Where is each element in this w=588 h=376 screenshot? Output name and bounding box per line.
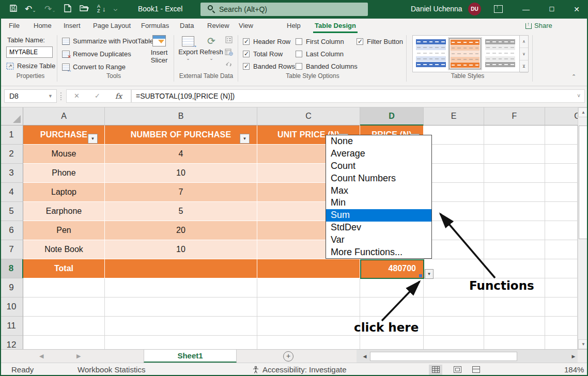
cell-a7[interactable]: Note Book: [23, 240, 105, 259]
share-button[interactable]: Share: [525, 20, 552, 32]
row-header-8[interactable]: 8: [0, 259, 23, 278]
menu-item-count-numbers[interactable]: Count Numbers: [326, 173, 431, 185]
checkbox-header-row[interactable]: Header Row: [243, 37, 290, 46]
column-header-e[interactable]: E: [424, 107, 484, 126]
menu-item-count[interactable]: Count: [326, 160, 431, 173]
name-box-dropdown-icon[interactable]: ▼: [48, 90, 53, 102]
enter-icon[interactable]: ✓: [95, 90, 100, 102]
name-box[interactable]: D8▼: [4, 89, 57, 103]
cell-a4[interactable]: Laptop: [23, 183, 105, 202]
table-resize-handle[interactable]: [419, 274, 422, 277]
table-style-swatch-gray[interactable]: [484, 38, 516, 69]
grid-column-f[interactable]: [484, 126, 545, 349]
cell-total-label[interactable]: Total: [23, 259, 105, 278]
new-sheet-icon[interactable]: +: [283, 351, 293, 362]
row-header-10[interactable]: 10: [0, 297, 23, 317]
table-header-number-of-purchase[interactable]: NUMBER OF PURCHASE: [105, 126, 257, 145]
insert-function-icon[interactable]: fx: [115, 90, 122, 102]
filter-icon-number-of-purchase[interactable]: ▼: [240, 134, 250, 144]
tab-page-layout[interactable]: Page Layout: [91, 19, 132, 33]
refresh-button[interactable]: ⟳ Refresh ⌄: [199, 36, 223, 61]
cell-b6[interactable]: 20: [105, 221, 257, 240]
cell-b5[interactable]: 5: [105, 202, 257, 221]
filter-icon-purchase[interactable]: ▼: [88, 134, 98, 144]
checkbox-last-column[interactable]: Last Column: [296, 50, 344, 58]
tab-formulas[interactable]: Formulas: [140, 19, 171, 33]
formula-bar-expand-icon[interactable]: ˅: [577, 90, 580, 102]
close-button[interactable]: ✕: [565, 0, 588, 19]
row-header-1[interactable]: 1: [0, 126, 23, 145]
accessibility-status[interactable]: Accessibility: Investigate: [262, 365, 347, 374]
row-header-3[interactable]: 3: [0, 164, 23, 183]
row-header-4[interactable]: 4: [0, 183, 23, 202]
collapse-ribbon-icon[interactable]: ⌃: [571, 73, 576, 80]
cell-b2[interactable]: 4: [105, 145, 257, 164]
cell-a5[interactable]: Earphone: [23, 202, 105, 221]
menu-item-average[interactable]: Average: [326, 148, 431, 160]
table-style-swatch-orange-selected[interactable]: [449, 38, 481, 69]
tab-insert[interactable]: Insert: [62, 19, 82, 33]
row-header-2[interactable]: 2: [0, 145, 23, 164]
row-header-12[interactable]: 12: [0, 336, 23, 349]
menu-item-max[interactable]: Max: [326, 185, 431, 197]
table-style-swatch-blue[interactable]: [415, 38, 447, 69]
gallery-more-icon[interactable]: ⊻: [520, 60, 528, 73]
formula-input[interactable]: =SUBTOTAL(109,[PRICE (N)])˅: [131, 89, 585, 103]
cell-b4[interactable]: 7: [105, 183, 257, 202]
grid-column-g[interactable]: [545, 126, 578, 349]
undo-icon[interactable]: ↶⌄: [25, 4, 36, 15]
menu-item-none[interactable]: None: [326, 135, 431, 148]
row-header-11[interactable]: 11: [0, 317, 23, 336]
select-all-button[interactable]: [0, 107, 23, 126]
menu-item-more-functions[interactable]: More Functions...: [326, 246, 431, 259]
checkbox-filter-button[interactable]: Filter Button: [357, 37, 403, 46]
save-icon[interactable]: [9, 4, 18, 15]
menu-item-var[interactable]: Var: [326, 234, 431, 246]
remove-duplicates-button[interactable]: Remove Duplicates: [62, 50, 131, 58]
row-header-5[interactable]: 5: [0, 202, 23, 221]
total-row-dropdown-button[interactable]: ▼: [425, 269, 434, 279]
row-header-7[interactable]: 7: [0, 240, 23, 259]
row-header-9[interactable]: 9: [0, 278, 23, 297]
column-header-c[interactable]: C: [257, 107, 360, 126]
gallery-up-icon[interactable]: ∧: [520, 36, 528, 48]
avatar[interactable]: DU: [468, 3, 481, 15]
checkbox-banded-columns[interactable]: Banded Columns: [296, 62, 358, 71]
workbook-statistics-button[interactable]: Workbook Statistics: [78, 365, 145, 374]
normal-view-icon[interactable]: [429, 365, 442, 375]
sheet-nav-right-icon[interactable]: ▶: [76, 353, 81, 359]
cell-a6[interactable]: Pen: [23, 221, 105, 240]
sheet-nav-left-icon[interactable]: ◀: [39, 353, 43, 359]
cell-a3[interactable]: Phone: [23, 164, 105, 183]
cell-b3[interactable]: 10: [105, 164, 257, 183]
summarize-with-pivottable-button[interactable]: Summarize with PivotTable: [62, 37, 153, 45]
column-header-b[interactable]: B: [105, 107, 257, 126]
menu-item-min[interactable]: Min: [326, 197, 431, 209]
horizontal-scrollbar[interactable]: ◀ ▶: [357, 350, 578, 363]
cell-c8[interactable]: [257, 259, 360, 278]
cancel-icon[interactable]: ✕: [74, 90, 80, 102]
ribbon-display-options-icon[interactable]: [494, 5, 503, 13]
maximize-button[interactable]: ☐: [540, 0, 563, 19]
checkbox-total-row[interactable]: Total Row: [243, 50, 283, 58]
row-header-6[interactable]: 6: [0, 221, 23, 240]
tab-data[interactable]: Data: [178, 19, 195, 33]
gallery-down-icon[interactable]: ∨: [520, 48, 528, 60]
table-name-input[interactable]: [6, 46, 53, 58]
checkbox-banded-rows[interactable]: Banded Rows: [243, 62, 295, 71]
minimize-button[interactable]: —: [515, 0, 537, 19]
export-button[interactable]: Export ⌄: [177, 36, 199, 61]
cell-b8[interactable]: [105, 259, 257, 278]
hscroll-left-icon[interactable]: ◀: [361, 352, 369, 361]
user-name[interactable]: Daniel Uchenna: [411, 5, 462, 13]
menu-item-sum-selected[interactable]: Sum: [326, 209, 431, 222]
vertical-scrollbar[interactable]: ▲ ▼: [578, 107, 588, 349]
column-header-a[interactable]: A: [23, 107, 105, 126]
cell-a2[interactable]: Mouse: [23, 145, 105, 164]
hscroll-right-icon[interactable]: ▶: [569, 352, 578, 361]
search-input[interactable]: Search (Alt+Q): [200, 3, 368, 16]
vertical-scrollbar-thumb[interactable]: [579, 126, 587, 239]
cell-b7[interactable]: 10: [105, 240, 257, 259]
sheet-tab-sheet1[interactable]: Sheet1: [144, 350, 237, 363]
insert-slicer-button[interactable]: Insert Slicer: [147, 35, 172, 64]
